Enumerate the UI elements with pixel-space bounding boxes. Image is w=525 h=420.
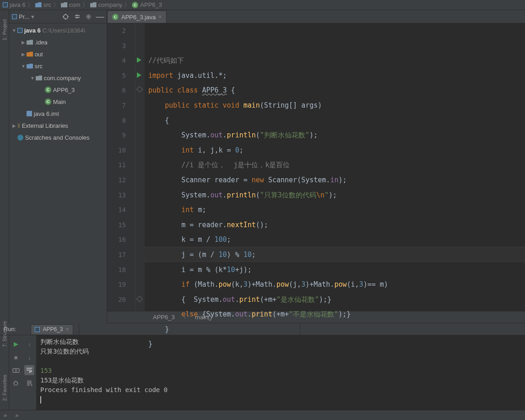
breadcrumb-item[interactable]: company bbox=[90, 1, 123, 8]
up-icon[interactable]: ↑ bbox=[24, 339, 34, 349]
code-editor[interactable]: //代码如下 import java.util.*; public class … bbox=[145, 23, 525, 311]
scroll-end-icon[interactable] bbox=[24, 378, 34, 388]
stop-icon[interactable]: ■ bbox=[11, 352, 21, 362]
fold-icon[interactable] bbox=[136, 86, 143, 93]
hide-icon[interactable]: — bbox=[96, 13, 104, 21]
tree-node-out[interactable]: ▶ out bbox=[9, 48, 107, 60]
folder-icon bbox=[90, 2, 97, 7]
run-line-icon[interactable] bbox=[137, 57, 141, 63]
tool-structure-button[interactable]: 7: Structure bbox=[2, 321, 7, 347]
gutter-icons bbox=[135, 23, 145, 311]
tree-node-class1[interactable]: C APP6_3 bbox=[9, 84, 107, 96]
svg-point-3 bbox=[15, 370, 17, 371]
line-gutter[interactable]: 2 3 4 5 6 7 8 9 10 11 12 13 14 15 16 17 … bbox=[107, 23, 135, 311]
class-icon: C bbox=[112, 14, 119, 20]
tree-node-idea[interactable]: ▶ .idea bbox=[9, 36, 107, 48]
project-panel-header: Pr...▾ — bbox=[9, 10, 107, 23]
breadcrumb-item[interactable]: com bbox=[61, 1, 81, 8]
breadcrumb-item[interactable]: java 6 bbox=[3, 1, 26, 8]
tree-node-src[interactable]: ▼ src bbox=[9, 60, 107, 72]
gear-icon[interactable] bbox=[85, 13, 92, 21]
down-icon[interactable]: ↓ bbox=[24, 352, 34, 362]
library-icon: ⫴ bbox=[17, 122, 20, 130]
editor-tab[interactable]: C APP6_3.java × bbox=[107, 11, 167, 23]
close-icon[interactable]: × bbox=[158, 14, 162, 20]
breadcrumb-item[interactable]: CAPP6_3 bbox=[132, 1, 162, 8]
breadcrumb: java 6〉 src〉 com〉 company〉 CAPP6_3 bbox=[0, 0, 525, 10]
svg-rect-2 bbox=[13, 369, 19, 372]
module-icon bbox=[3, 2, 8, 7]
folder-icon bbox=[36, 76, 42, 81]
locate-icon[interactable] bbox=[62, 13, 70, 21]
tab-label: APP6_3.java bbox=[121, 14, 156, 21]
tool-project-button[interactable]: 1: Project bbox=[2, 19, 7, 40]
folder-icon bbox=[27, 40, 33, 45]
folder-icon bbox=[27, 64, 33, 69]
module-icon bbox=[17, 28, 22, 33]
status-more[interactable]: » bbox=[4, 412, 7, 419]
tree-node-iml[interactable]: java 6.iml bbox=[9, 108, 107, 120]
breadcrumb-item[interactable]: src bbox=[35, 1, 51, 8]
fold-icon[interactable] bbox=[136, 296, 143, 302]
run-line-icon[interactable] bbox=[137, 72, 141, 78]
svg-point-1 bbox=[88, 16, 90, 17]
class-icon: C bbox=[45, 98, 51, 105]
soft-wrap-icon[interactable] bbox=[24, 365, 34, 375]
bug-icon[interactable] bbox=[11, 378, 21, 388]
svg-point-4 bbox=[14, 382, 18, 385]
class-icon: C bbox=[132, 2, 138, 8]
tree-node-root[interactable]: ▼ java 6 C:\Users\18364\ bbox=[9, 24, 107, 36]
status-more2[interactable]: » bbox=[15, 412, 18, 419]
editor-tabs: C APP6_3.java × bbox=[107, 10, 525, 23]
run-toolbar: ↑ ■ ↓ bbox=[9, 335, 37, 410]
run-config-tab[interactable]: APP6_3 × bbox=[31, 324, 73, 334]
camera-icon[interactable] bbox=[11, 365, 21, 375]
editor-area: C APP6_3.java × 2 3 4 5 6 7 8 9 10 11 12… bbox=[107, 10, 525, 410]
close-icon[interactable]: × bbox=[66, 326, 69, 333]
status-bar: » » bbox=[0, 410, 525, 420]
folder-icon bbox=[35, 2, 42, 7]
class-icon: C bbox=[45, 87, 51, 93]
module-icon bbox=[12, 14, 17, 19]
folder-icon bbox=[61, 2, 67, 7]
rerun-icon[interactable] bbox=[11, 339, 21, 349]
tree-node-pkg[interactable]: ▼ com.company bbox=[9, 72, 107, 84]
expand-all-icon[interactable] bbox=[73, 13, 81, 21]
app-icon bbox=[35, 327, 40, 332]
iml-icon bbox=[27, 111, 32, 116]
folder-icon bbox=[27, 52, 33, 57]
tree-node-class2[interactable]: C Main bbox=[9, 96, 107, 108]
svg-point-0 bbox=[64, 14, 68, 18]
tree-node-scratch[interactable]: Scratches and Consoles bbox=[9, 131, 107, 143]
scratch-icon bbox=[17, 135, 23, 141]
tool-favorites-button[interactable]: 2: Favorites bbox=[2, 375, 7, 401]
project-view-title[interactable]: Pr... bbox=[19, 13, 29, 20]
tree-node-ext-libs[interactable]: ▶⫴ External Libraries bbox=[9, 120, 107, 131]
